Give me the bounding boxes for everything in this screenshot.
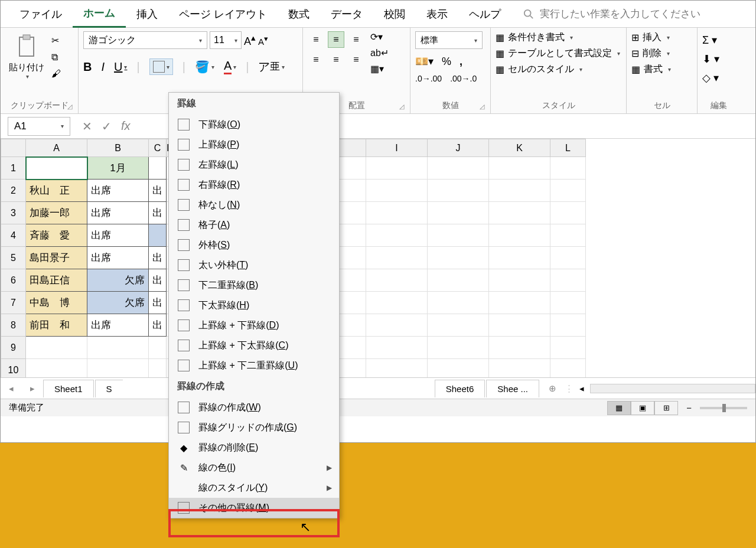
border-menu-item[interactable]: ✎線の色(I)▶	[169, 458, 339, 478]
cell[interactable]	[366, 180, 428, 202]
tab-nav-next-icon[interactable]: ▸	[22, 383, 43, 394]
sheet-tab[interactable]: Sheet6	[435, 380, 485, 397]
format-cells-button[interactable]: ▦書式▾	[631, 63, 671, 76]
border-menu-item[interactable]: 上罫線 + 下罫線(D)	[169, 315, 339, 335]
cell[interactable]: 出	[149, 180, 167, 202]
format-painter-icon[interactable]: 🖌	[51, 68, 61, 79]
cell[interactable]	[550, 157, 586, 180]
row-header[interactable]: 5	[1, 247, 26, 269]
col-header[interactable]: A	[26, 139, 87, 157]
fill-icon[interactable]: ⬇ ▾	[702, 53, 719, 66]
cell[interactable]	[489, 180, 550, 202]
copy-icon[interactable]: ⧉	[51, 52, 61, 63]
row-header[interactable]: 10	[1, 359, 26, 378]
cell[interactable]	[87, 359, 149, 378]
zoom-out-icon[interactable]: −	[686, 403, 692, 413]
cell[interactable]	[26, 157, 87, 180]
cell[interactable]	[550, 337, 586, 359]
cell[interactable]: 出席	[87, 202, 149, 224]
cell[interactable]	[489, 224, 550, 247]
col-header[interactable]: C	[149, 139, 167, 157]
page-layout-view-icon[interactable]: ▣	[631, 401, 654, 415]
cell[interactable]	[489, 247, 550, 269]
row-header[interactable]: 7	[1, 292, 26, 314]
row-header[interactable]: 4	[1, 224, 26, 247]
row-header[interactable]: 9	[1, 337, 26, 359]
cell[interactable]: 前田 和	[26, 314, 87, 337]
cell[interactable]	[489, 157, 550, 180]
cell[interactable]	[366, 247, 428, 269]
col-header[interactable]: K	[489, 139, 550, 157]
cell[interactable]	[149, 337, 167, 359]
cell[interactable]	[489, 269, 550, 292]
number-format-select[interactable]: 標準▾	[415, 31, 483, 49]
sheet-tab[interactable]: Shee ...	[486, 380, 539, 397]
cell[interactable]	[550, 224, 586, 247]
delete-cells-button[interactable]: ⊟削除▾	[631, 47, 671, 60]
cell[interactable]: 出席	[87, 247, 149, 269]
normal-view-icon[interactable]: ▦	[607, 401, 631, 415]
border-menu-item[interactable]: 罫線の作成(W)	[169, 397, 339, 417]
menu-挿入[interactable]: 挿入	[126, 1, 168, 27]
border-menu-item[interactable]: 右罫線(R)	[169, 175, 339, 195]
align-bottom-icon[interactable]: ≡	[348, 31, 364, 48]
cell[interactable]	[26, 359, 87, 378]
menu-ファイル[interactable]: ファイル	[9, 1, 73, 27]
cancel-formula-icon[interactable]: ✕	[82, 119, 92, 133]
cell[interactable]	[550, 292, 586, 314]
cell[interactable]: 出	[149, 202, 167, 224]
cell[interactable]: 出	[149, 247, 167, 269]
menu-表示[interactable]: 表示	[416, 1, 458, 27]
cell[interactable]	[428, 337, 489, 359]
menu-ヘルプ[interactable]: ヘルプ	[458, 1, 511, 27]
tab-nav-prev-icon[interactable]: ◂	[1, 383, 22, 394]
new-sheet-icon[interactable]: ⊕	[549, 383, 556, 394]
cell[interactable]: 欠席	[87, 292, 149, 314]
border-menu-item[interactable]: 線のスタイル(Y)▶	[169, 478, 339, 498]
border-menu-item[interactable]: 太い外枠(T)	[169, 255, 339, 275]
border-menu-item[interactable]: 上罫線 + 下太罫線(C)	[169, 335, 339, 355]
fx-icon[interactable]: fx	[121, 119, 131, 133]
tell-me-search[interactable]: 実行したい作業を入力してください	[523, 7, 700, 21]
cell[interactable]: 中島 博	[26, 292, 87, 314]
horizontal-scrollbar[interactable]	[590, 384, 755, 393]
borders-button[interactable]: ▾	[149, 58, 173, 75]
underline-button[interactable]: U▾	[114, 60, 127, 74]
cell[interactable]	[550, 180, 586, 202]
decrease-font-icon[interactable]: A▾	[258, 34, 268, 47]
menu-数式[interactable]: 数式	[278, 1, 320, 27]
col-header[interactable]: B	[87, 139, 149, 157]
row-header[interactable]: 8	[1, 314, 26, 337]
border-menu-item[interactable]: 下罫線(O)	[169, 115, 339, 135]
cell[interactable]	[149, 224, 167, 247]
align-right-icon[interactable]: ≡	[348, 51, 364, 68]
cell[interactable]	[550, 359, 586, 378]
cell[interactable]	[428, 314, 489, 337]
insert-cells-button[interactable]: ⊞挿入▾	[631, 31, 671, 44]
cell[interactable]: 1月	[87, 157, 149, 180]
align-middle-icon[interactable]: ≡	[328, 31, 344, 48]
cell[interactable]	[489, 292, 550, 314]
align-left-icon[interactable]: ≡	[308, 51, 324, 68]
cell[interactable]: 田島正信	[26, 269, 87, 292]
cell[interactable]	[428, 180, 489, 202]
cell[interactable]	[366, 314, 428, 337]
orientation-icon[interactable]: ⟳▾	[370, 31, 389, 43]
border-menu-item[interactable]: ◆罫線の削除(E)	[169, 438, 339, 458]
border-menu-item[interactable]: 下太罫線(H)	[169, 295, 339, 315]
cell[interactable]: 欠席	[87, 269, 149, 292]
cell[interactable]: 出	[149, 314, 167, 337]
font-name-select[interactable]: 游ゴシック▾	[83, 31, 207, 49]
cell[interactable]	[489, 359, 550, 378]
cell[interactable]	[428, 292, 489, 314]
cell[interactable]	[366, 202, 428, 224]
border-menu-item[interactable]: その他の罫線(M)...	[169, 498, 339, 518]
cell[interactable]	[428, 269, 489, 292]
enter-formula-icon[interactable]: ✓	[102, 119, 112, 133]
border-menu-item[interactable]: 罫線グリッドの作成(G)	[169, 417, 339, 438]
merge-icon[interactable]: ▦▾	[370, 63, 389, 74]
cell[interactable]: 出	[149, 292, 167, 314]
border-menu-item[interactable]: 下二重罫線(B)	[169, 275, 339, 295]
align-top-icon[interactable]: ≡	[308, 31, 324, 48]
border-menu-item[interactable]: 左罫線(L)	[169, 155, 339, 175]
